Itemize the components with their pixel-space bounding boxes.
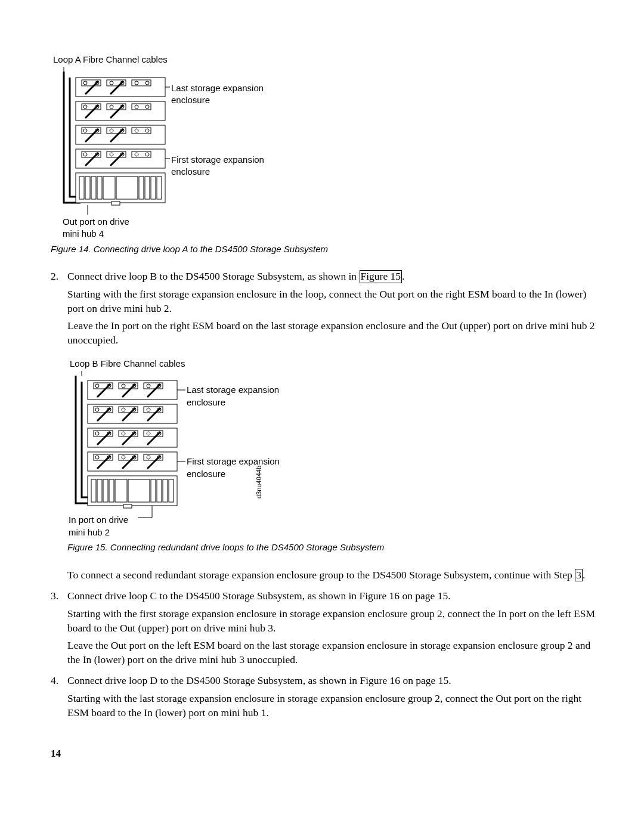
step-3: 3. Connect drive loop C to the DS4500 St… [51, 589, 599, 670]
svg-point-85 [122, 408, 125, 411]
svg-rect-116 [91, 479, 96, 502]
svg-point-13 [145, 81, 149, 85]
in-port-label: In port on drivemini hub 2 [69, 514, 128, 538]
svg-point-75 [147, 384, 150, 388]
svg-point-71 [95, 384, 99, 388]
svg-rect-126 [123, 504, 132, 508]
svg-point-21 [110, 105, 113, 109]
step-2-p2: Starting with the first storage expansio… [67, 287, 599, 315]
svg-point-87 [147, 408, 150, 411]
svg-rect-52 [97, 176, 102, 199]
svg-point-43 [110, 153, 113, 156]
step-3-p1: Connect drive loop C to the DS4500 Stora… [67, 589, 599, 603]
svg-point-109 [122, 456, 125, 459]
svg-rect-124 [163, 479, 168, 502]
svg-rect-53 [103, 176, 115, 199]
svg-rect-57 [151, 176, 156, 199]
svg-rect-117 [97, 479, 102, 502]
svg-rect-54 [116, 176, 138, 199]
svg-point-45 [135, 153, 138, 156]
svg-rect-120 [115, 479, 127, 502]
loop-b-label: Loop B Fibre Channel cables [70, 358, 185, 370]
svg-rect-58 [157, 176, 162, 199]
svg-point-111 [147, 456, 150, 459]
first-enclosure-label: First storage expansion enclosure [171, 154, 273, 178]
first-enclosure-label-b: First storage expansion enclosure [187, 456, 294, 480]
step-2-p3: Leave the In port on the right ESM board… [67, 319, 599, 347]
step-4: 4. Connect drive loop D to the DS4500 St… [51, 674, 599, 723]
svg-point-73 [122, 384, 125, 388]
last-enclosure-label: Last storage expansion enclosure [171, 82, 273, 107]
svg-point-12 [135, 81, 138, 85]
svg-rect-55 [139, 176, 144, 199]
svg-rect-51 [91, 176, 96, 199]
step-3-p3: Leave the Out port on the left ESM board… [67, 639, 599, 667]
svg-point-24 [145, 105, 149, 109]
step-4-p1: Connect drive loop D to the DS4500 Stora… [67, 674, 599, 688]
step-2-number: 2. [51, 270, 67, 586]
last-enclosure-label-b: Last storage expansion enclosure [187, 384, 294, 408]
svg-rect-56 [145, 176, 150, 199]
svg-rect-119 [109, 479, 114, 502]
svg-rect-122 [151, 479, 156, 502]
step-3-number: 3. [51, 589, 67, 670]
loop-a-label: Loop A Fibre Channel cables [53, 54, 168, 66]
svg-rect-118 [103, 479, 108, 502]
svg-point-35 [145, 129, 149, 132]
svg-point-97 [122, 432, 125, 435]
step-3-p2: Starting with the first storage expansio… [67, 607, 599, 635]
svg-rect-125 [169, 479, 174, 502]
svg-rect-123 [157, 479, 162, 502]
step-2-p1: Connect drive loop B to the DS4500 Stora… [67, 270, 599, 284]
step-4-p2: Starting with the last storage expansion… [67, 692, 599, 720]
svg-point-34 [135, 129, 138, 132]
step-2: 2. Connect drive loop B to the DS4500 St… [51, 270, 599, 586]
page-number: 14 [51, 747, 599, 761]
svg-rect-121 [128, 479, 150, 502]
step-4-number: 4. [51, 674, 67, 723]
svg-point-23 [135, 105, 138, 109]
svg-point-32 [110, 129, 113, 132]
svg-rect-59 [112, 202, 120, 205]
svg-rect-50 [85, 176, 90, 199]
image-code: d3nu4044b [255, 466, 264, 498]
out-port-label: Out port on drivemini hub 4 [63, 216, 129, 240]
svg-point-95 [95, 432, 99, 435]
svg-rect-49 [79, 176, 84, 199]
svg-point-8 [83, 81, 87, 85]
svg-point-46 [145, 153, 149, 156]
step-3-link[interactable]: 3 [575, 569, 583, 581]
svg-point-83 [95, 408, 99, 411]
svg-point-30 [83, 129, 87, 132]
after-fig15-p1: To connect a second redundant storage ex… [67, 568, 599, 583]
svg-point-99 [147, 432, 150, 435]
svg-point-107 [95, 456, 99, 459]
svg-point-19 [83, 105, 87, 109]
figure-14-diagram: Loop A Fibre Channel cables [52, 54, 599, 239]
svg-point-10 [110, 81, 113, 85]
figure-15-link[interactable]: Figure 15 [360, 270, 402, 283]
figure-15-diagram: Loop B Fibre Channel cables [69, 358, 599, 537]
svg-point-41 [83, 153, 87, 156]
